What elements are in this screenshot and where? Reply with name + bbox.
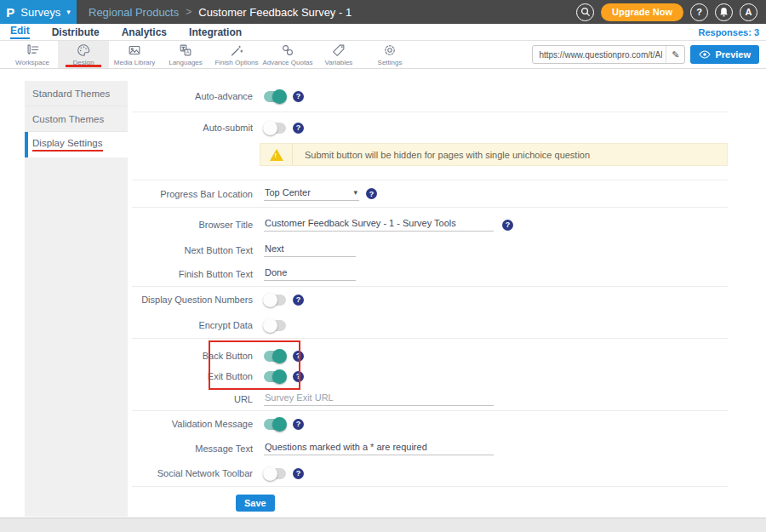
toolbar-tab-label: Finish Options bbox=[214, 59, 258, 66]
progress-bar-location-select[interactable]: Top Center ▾ bbox=[264, 187, 359, 201]
back-button-toggle[interactable] bbox=[264, 351, 286, 362]
sidebar-item-standard-themes[interactable]: Standard Themes bbox=[25, 81, 128, 106]
toolbar-tab-advance-quotas[interactable]: Advance Quotas bbox=[262, 41, 313, 68]
preview-button[interactable]: Preview bbox=[690, 45, 759, 64]
survey-url-input[interactable] bbox=[533, 50, 666, 60]
help-icon[interactable]: ? bbox=[293, 419, 304, 430]
sidebar-item-display-settings[interactable]: Display Settings bbox=[25, 132, 128, 157]
questionpro-logo-icon: P bbox=[6, 5, 14, 20]
toolbar-tab-languages[interactable]: A Languages bbox=[160, 41, 211, 68]
exit-url-row: URL bbox=[132, 388, 728, 410]
toolbar-tab-label: Languages bbox=[169, 59, 203, 66]
upgrade-now-button[interactable]: Upgrade Now bbox=[601, 3, 683, 21]
question-icon: ? bbox=[696, 7, 702, 17]
languages-icon: A bbox=[178, 43, 193, 58]
help-icon[interactable]: ? bbox=[293, 295, 304, 306]
toolbar-tab-label: Advance Quotas bbox=[262, 59, 312, 66]
nav-tab-edit[interactable]: Edit bbox=[10, 25, 30, 39]
edit-url-pencil-icon[interactable]: ✎ bbox=[666, 46, 684, 63]
progress-bar-location-row: Progress Bar Location Top Center ▾ ? bbox=[132, 180, 728, 207]
breadcrumb-parent[interactable]: Regional Products bbox=[89, 6, 179, 19]
browser-title-row: Browser Title ? bbox=[132, 211, 728, 238]
toolbar-tab-variables[interactable]: Variables bbox=[313, 41, 364, 68]
finish-button-text-input[interactable] bbox=[264, 267, 356, 281]
nav-tab-analytics[interactable]: Analytics bbox=[122, 26, 167, 38]
progress-bar-location-label: Progress Bar Location bbox=[132, 189, 253, 199]
encrypt-data-toggle[interactable] bbox=[264, 320, 286, 331]
left-gutter bbox=[0, 69, 25, 520]
workspace-icon bbox=[25, 43, 40, 58]
finish-button-text-row: Finish Button Text bbox=[132, 262, 728, 286]
display-question-numbers-toggle[interactable] bbox=[264, 295, 286, 306]
breadcrumb: Regional Products > Customer Feedback Su… bbox=[89, 6, 352, 19]
sidebar-item-label: Custom Themes bbox=[32, 114, 104, 124]
preview-button-label: Preview bbox=[715, 49, 751, 60]
toolbar-tab-workspace[interactable]: Workspace bbox=[7, 41, 58, 68]
bell-icon bbox=[719, 7, 729, 17]
help-icon[interactable]: ? bbox=[366, 188, 377, 199]
search-button[interactable] bbox=[576, 3, 594, 21]
browser-title-label: Browser Title bbox=[132, 220, 253, 230]
exit-url-label: URL bbox=[132, 394, 253, 404]
message-text-input[interactable] bbox=[264, 442, 494, 455]
validation-message-label: Validation Message bbox=[132, 419, 253, 429]
account-avatar[interactable]: A bbox=[740, 3, 757, 21]
message-text-label: Message Text bbox=[132, 443, 253, 454]
survey-nav: Edit Distribute Analytics Integration Re… bbox=[0, 24, 766, 41]
product-switcher-label: Surveys bbox=[20, 6, 60, 19]
help-icon[interactable]: ? bbox=[293, 468, 304, 479]
active-tab-annotation bbox=[66, 65, 101, 67]
social-network-toolbar-label: Social Network Toolbar bbox=[132, 468, 253, 478]
chevron-down-icon: ▾ bbox=[353, 188, 357, 197]
breadcrumb-current: Customer Feedback Survey - 1 bbox=[198, 6, 352, 19]
help-menu-button[interactable]: ? bbox=[690, 3, 708, 21]
encrypt-data-label: Encrypt Data bbox=[132, 320, 253, 330]
page-footer-strip bbox=[0, 518, 766, 532]
sidebar-item-custom-themes[interactable]: Custom Themes bbox=[25, 106, 128, 132]
toolbar-tab-label: Settings bbox=[378, 59, 403, 66]
toolbar-tab-design[interactable]: Design bbox=[58, 41, 109, 68]
social-network-toolbar-row: Social Network Toolbar ? bbox=[132, 460, 728, 486]
display-settings-form: Auto-advance ? Auto-submit ? ! Submit bu… bbox=[128, 69, 766, 520]
toolbar-tab-label: Variables bbox=[325, 59, 353, 66]
auto-advance-label: Auto-advance bbox=[132, 91, 253, 101]
app-logo[interactable]: P Surveys ▾ bbox=[0, 0, 77, 24]
toolbar-tab-label: Workspace bbox=[15, 59, 49, 66]
next-button-text-row: Next Button Text bbox=[132, 238, 728, 262]
toolbar-tab-finish-options[interactable]: Finish Options bbox=[211, 41, 262, 68]
exit-button-toggle[interactable] bbox=[264, 371, 286, 382]
toolbar-tab-media-library[interactable]: Media Library bbox=[109, 41, 160, 68]
help-icon[interactable]: ? bbox=[293, 91, 304, 102]
auto-submit-label: Auto-submit bbox=[132, 123, 253, 133]
warning-banner: ! Submit button will be hidden for pages… bbox=[260, 143, 728, 166]
warning-text: Submit button will be hidden for pages w… bbox=[293, 150, 590, 160]
validation-message-toggle[interactable] bbox=[264, 419, 286, 430]
social-network-toolbar-toggle[interactable] bbox=[264, 468, 286, 479]
exit-url-input[interactable] bbox=[264, 392, 494, 406]
search-icon bbox=[580, 7, 591, 17]
save-button[interactable]: Save bbox=[236, 495, 275, 512]
nav-tab-distribute[interactable]: Distribute bbox=[52, 26, 100, 38]
help-icon[interactable]: ? bbox=[293, 371, 304, 382]
nav-tab-integration[interactable]: Integration bbox=[189, 26, 242, 38]
help-icon[interactable]: ? bbox=[293, 123, 304, 134]
browser-title-input[interactable] bbox=[264, 218, 494, 232]
next-button-text-input[interactable] bbox=[264, 243, 356, 257]
notifications-button[interactable] bbox=[715, 3, 733, 21]
divider bbox=[132, 207, 728, 208]
auto-advance-toggle[interactable] bbox=[264, 91, 286, 102]
media-library-icon bbox=[127, 43, 142, 58]
avatar-letter: A bbox=[746, 7, 752, 17]
design-sidebar: Standard Themes Custom Themes Display Se… bbox=[25, 81, 128, 517]
toolbar-tab-label: Media Library bbox=[114, 59, 155, 66]
help-icon[interactable]: ? bbox=[502, 220, 513, 231]
sidebar-item-label: Standard Themes bbox=[32, 89, 110, 99]
message-text-row: Message Text bbox=[132, 437, 728, 460]
help-icon[interactable]: ? bbox=[293, 351, 304, 362]
eye-icon bbox=[699, 50, 711, 59]
toolbar-tab-settings[interactable]: Settings bbox=[364, 41, 415, 68]
responses-count[interactable]: Responses: 3 bbox=[698, 27, 766, 37]
auto-submit-toggle[interactable] bbox=[264, 123, 286, 134]
encrypt-data-row: Encrypt Data bbox=[132, 312, 728, 338]
back-exit-button-group: Back Button ? Exit Button ? bbox=[132, 339, 728, 388]
